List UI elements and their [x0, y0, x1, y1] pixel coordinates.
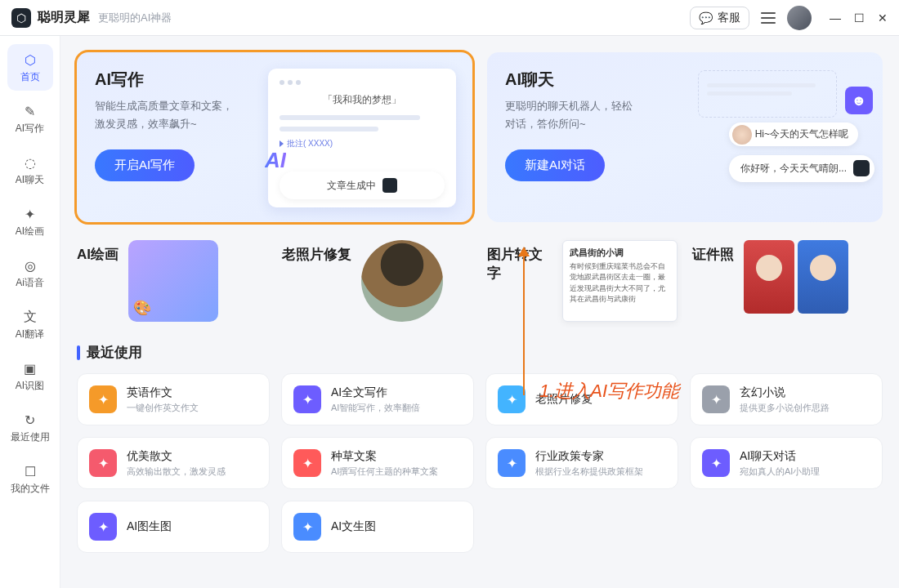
- sidebar-item-7[interactable]: ↻最近使用: [7, 404, 53, 451]
- paint-preview: [128, 240, 218, 322]
- photo-preview: [361, 240, 443, 322]
- tool-card[interactable]: ✦ AI全文写作AI智能写作，效率翻倍: [281, 373, 474, 425]
- recent-section-header: 最近使用: [77, 343, 883, 362]
- hero-chat-desc: 更聪明的聊天机器人，轻松对话，答你所问~: [505, 97, 652, 133]
- sidebar-item-6[interactable]: ▣AI识图: [7, 353, 53, 399]
- chat-bubble-ai: 你好呀，今天天气晴朗...: [729, 155, 874, 182]
- tool-title: 优美散文: [127, 449, 226, 464]
- tool-card[interactable]: ✦ 优美散文高效输出散文，激发灵感: [77, 437, 270, 489]
- tool-title: AI聊天对话: [740, 449, 820, 464]
- tool-icon: ✦: [293, 385, 321, 413]
- sidebar-label: 最近使用: [11, 430, 50, 444]
- sidebar-icon: 文: [21, 308, 39, 326]
- tool-desc: 高效输出散文，激发灵感: [127, 466, 226, 478]
- tool-desc: AI智能写作，效率翻倍: [331, 402, 420, 414]
- sidebar-item-5[interactable]: 文AI翻译: [7, 301, 53, 348]
- feature-title: 证件照: [692, 245, 734, 264]
- chat-bubble-icon: ☻: [845, 87, 873, 114]
- tool-icon: ✦: [702, 449, 730, 477]
- sidebar-item-0[interactable]: ⬡首页: [7, 44, 53, 91]
- tool-desc: AI撰写任何主题的种草文案: [331, 466, 438, 478]
- ocr-preview: 武昌街的小调有时候到重庆端菜书总会不自觉地跟武昌街区去走一圈，最近发现武昌街大大…: [562, 240, 678, 322]
- user-face-icon: [732, 125, 752, 145]
- tool-desc: 一键创作英文作文: [127, 402, 199, 414]
- writing-preview-panel: 「我和我的梦想」 批注( XXXX) AI 文章生成中: [268, 69, 456, 207]
- logo-icon: [853, 160, 870, 176]
- tool-desc: 根据行业名称提供政策框架: [535, 466, 643, 478]
- chat-ghost-panel: [698, 70, 837, 118]
- preview-title: 「我和我的梦想」: [280, 93, 445, 107]
- hero-write-desc: 智能生成高质量文章和文案，激发灵感，效率飙升~: [95, 97, 242, 133]
- feature-card-id[interactable]: 证件照: [692, 240, 883, 322]
- feature-card-photo[interactable]: 老照片修复: [282, 240, 472, 322]
- sidebar-label: AI聊天: [16, 173, 44, 187]
- sidebar-icon: ✦: [21, 205, 39, 223]
- sidebar-label: AI绘画: [16, 225, 44, 238]
- tool-title: AI全文写作: [331, 385, 420, 400]
- close-button[interactable]: ✕: [878, 11, 888, 24]
- sidebar-label: 我的文件: [11, 482, 50, 496]
- tool-icon: ✦: [89, 449, 117, 477]
- sidebar-label: 首页: [20, 70, 40, 84]
- title-bar: ⬡ 聪明灵犀 更聪明的AI神器 💬 客服 — ☐ ✕: [0, 0, 899, 36]
- tool-icon: ✦: [498, 449, 526, 477]
- tool-desc: 宛如真人的AI小助理: [740, 466, 820, 478]
- tool-card[interactable]: ✦ AI图生图: [77, 501, 270, 553]
- tool-card[interactable]: ✦ 种草文案AI撰写任何主题的种草文案: [281, 437, 474, 489]
- support-label: 客服: [718, 11, 740, 25]
- recent-grid: ✦ 英语作文一键创作英文作文✦ AI全文写作AI智能写作，效率翻倍✦ 老照片修复…: [77, 373, 883, 553]
- tool-card[interactable]: ✦ 玄幻小说提供更多小说创作思路: [690, 373, 883, 425]
- logo-icon: [382, 178, 397, 193]
- new-ai-chat-button[interactable]: 新建AI对话: [505, 149, 605, 181]
- annotation-text: 1.进入AI写作功能: [539, 379, 679, 403]
- sidebar-label: AI识图: [16, 379, 44, 393]
- feature-card-ocr[interactable]: 图片转文字武昌街的小调有时候到重庆端菜书总会不自觉地跟武昌街区去走一圈，最近发现…: [487, 240, 678, 322]
- hero-ai-chat[interactable]: AI聊天 更聪明的聊天机器人，轻松对话，答你所问~ 新建AI对话 ☻ Hi~今天…: [487, 52, 883, 222]
- feature-title: AI绘画: [77, 245, 119, 264]
- logo-icon: ⬡: [11, 8, 31, 28]
- tool-card[interactable]: ✦ AI文生图: [281, 501, 474, 553]
- menu-button[interactable]: [761, 12, 776, 24]
- sidebar-icon: ↻: [21, 411, 39, 429]
- tool-desc: 提供更多小说创作思路: [740, 402, 830, 414]
- sidebar-icon: ⬡: [21, 51, 39, 69]
- tool-title: 种草文案: [331, 449, 438, 464]
- start-ai-writing-button[interactable]: 开启AI写作: [95, 149, 195, 181]
- sidebar-icon: ◌: [21, 154, 39, 172]
- tool-card[interactable]: ✦ 英语作文一键创作英文作文: [77, 373, 270, 425]
- ai-badge: AI: [265, 148, 286, 173]
- minimize-button[interactable]: —: [830, 11, 841, 24]
- maximize-button[interactable]: ☐: [854, 11, 865, 24]
- tool-title: 玄幻小说: [740, 385, 830, 400]
- main-content: AI写作 智能生成高质量文章和文案，激发灵感，效率飙升~ 开启AI写作 「我和我…: [60, 36, 899, 588]
- sidebar-icon: ▣: [21, 359, 39, 377]
- sidebar-item-4[interactable]: ◎Ai语音: [7, 250, 53, 296]
- tool-icon: ✦: [89, 513, 117, 541]
- sidebar-item-2[interactable]: ◌AI聊天: [7, 147, 53, 194]
- tool-card[interactable]: ✦ 行业政策专家根据行业名称提供政策框架: [485, 437, 678, 489]
- preview-status: 文章生成中: [280, 172, 445, 199]
- sidebar-item-3[interactable]: ✦AI绘画: [7, 198, 53, 245]
- chat-icon: 💬: [699, 11, 713, 24]
- tool-title: AI文生图: [331, 519, 376, 534]
- tool-icon: ✦: [293, 449, 321, 477]
- sidebar: ⬡首页✎AI写作◌AI聊天✦AI绘画◎Ai语音文AI翻译▣AI识图↻最近使用☐我…: [0, 36, 60, 588]
- tool-title: 英语作文: [127, 385, 199, 400]
- user-avatar[interactable]: [787, 6, 812, 30]
- sidebar-label: AI写作: [16, 122, 44, 136]
- tool-icon: ✦: [89, 385, 117, 413]
- sidebar-item-1[interactable]: ✎AI写作: [7, 96, 53, 142]
- tool-card[interactable]: ✦ AI聊天对话宛如真人的AI小助理: [690, 437, 883, 489]
- chat-bubble-user: Hi~今天的天气怎样呢: [729, 122, 858, 146]
- sidebar-item-8[interactable]: ☐我的文件: [7, 456, 53, 502]
- hero-ai-writing[interactable]: AI写作 智能生成高质量文章和文案，激发灵感，效率飙升~ 开启AI写作 「我和我…: [77, 52, 472, 222]
- feature-card-paint[interactable]: AI绘画: [77, 240, 267, 322]
- recent-title: 最近使用: [87, 343, 142, 362]
- sidebar-label: AI翻译: [16, 327, 44, 341]
- tool-icon: ✦: [702, 385, 730, 413]
- id-photo-preview: [744, 240, 848, 314]
- annotation-line: [523, 252, 525, 395]
- app-name: 聪明灵犀: [38, 9, 90, 26]
- support-button[interactable]: 💬 客服: [690, 7, 749, 29]
- feature-row: AI绘画老照片修复图片转文字武昌街的小调有时候到重庆端菜书总会不自觉地跟武昌街区…: [77, 240, 883, 322]
